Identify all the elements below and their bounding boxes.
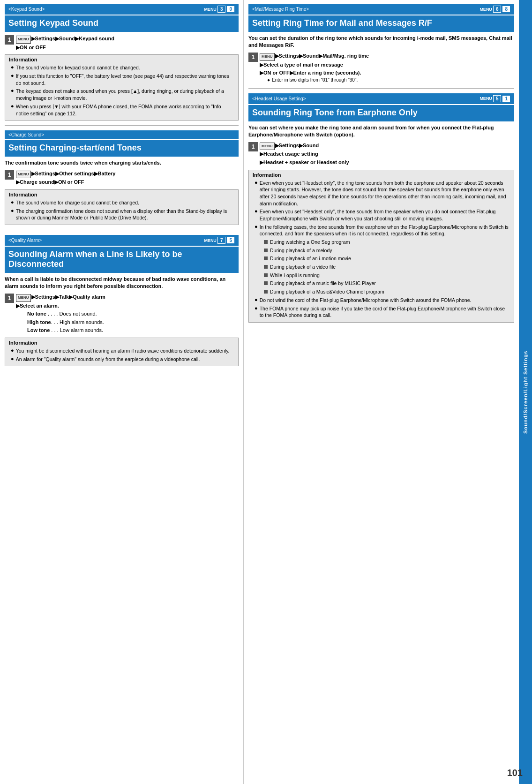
badge-8: 8 [502, 6, 510, 13]
menu-icon-5: MENU [260, 143, 275, 151]
sub-list-item: During playback of a music file by MUSIC… [262, 280, 510, 287]
page-container: <Keypad Sound> MENU 3 0 Setting Keypad S… [0, 0, 532, 784]
badge-7: 7 [217, 237, 226, 244]
mail-ring-intro: You can set the duration of the ring ton… [248, 35, 514, 49]
step-number-1c: 1 [5, 294, 14, 303]
square-bullet [264, 240, 268, 244]
keypad-sound-title: Setting Keypad Sound [5, 15, 239, 32]
keypad-sound-badge: MENU 3 0 [204, 6, 235, 13]
step-number-1d: 1 [248, 53, 258, 62]
no-tone: No tone . . . . Does not sound. [27, 310, 239, 318]
keypad-sound-info-title: Information [9, 57, 234, 62]
keypad-sound-tag: <Keypad Sound> [8, 7, 45, 12]
quality-alarm-step: 1 MENU▶Settings▶Talk▶Quality alarm ▶Sele… [5, 293, 239, 335]
charge-sound-tag: <Charge Sound> [8, 132, 44, 137]
bullet-item: ● You might be disconnected without hear… [9, 347, 234, 354]
sub-list-item: During playback of a melody [262, 247, 510, 254]
charge-sound-header: <Charge Sound> [5, 130, 239, 139]
keypad-sound-step: 1 MENU▶Settings▶Sound▶Keypad sound ▶ON o… [5, 35, 239, 52]
bullet-item: ● Even when you set "Headset only", the … [253, 208, 510, 222]
headset-path: MENU▶Settings▶Sound ▶Headset usage setti… [260, 142, 514, 167]
mail-ring-title: Setting Ring Time for Mail and Messages … [248, 15, 514, 32]
quality-alarm-info-box: Information ● You might be disconnected … [5, 338, 239, 366]
badge-5: 5 [226, 237, 235, 244]
square-bullet [264, 281, 268, 285]
bullet-item: ● In the following cases, the tone sound… [253, 224, 510, 237]
bullet-item: ● Do not wind the cord of the Flat-plug … [253, 297, 510, 304]
sub-list-item: While i-αppli is running [262, 272, 510, 279]
quality-alarm-header: <Quality Alarm> MENU 7 5 [5, 235, 239, 246]
badge-3: 3 [217, 6, 226, 13]
bullet-item: ● The sound volume for charge sound cann… [9, 199, 234, 206]
charge-sound-title: Setting Charging-start/end Tones [5, 140, 239, 157]
divider-2 [5, 230, 239, 230]
keypad-sound-info-box: Information ● The sound volume for keypa… [5, 54, 239, 121]
quality-alarm-section: <Quality Alarm> MENU 7 5 Sounding Alarm … [5, 235, 239, 366]
sub-list-item: During playback of a Music&Video Channel… [262, 288, 510, 295]
charge-sound-info-title: Information [9, 192, 234, 197]
keypad-sound-path: MENU▶Settings▶Sound▶Keypad sound ▶ON or … [16, 35, 239, 52]
headset-info-title: Information [253, 172, 510, 178]
charge-sound-section: <Charge Sound> Setting Charging-start/en… [5, 130, 239, 225]
sub-list-item: During playback of a video file [262, 264, 510, 271]
bullet-item: ● An alarm for "Quality alarm" sounds on… [9, 356, 234, 363]
page-number: 101 [507, 768, 523, 778]
step-number-1b: 1 [5, 170, 14, 180]
mail-ring-path: MENU▶Settings▶Sound▶Mail/Msg. ring time … [260, 52, 514, 77]
mail-ring-badge: MENU 6 8 [480, 6, 510, 13]
mail-ring-tag: <Mail/Message Ring Time> [252, 7, 309, 12]
sub-list-item: During playback of an i-motion movie [262, 255, 510, 262]
badge-0: 0 [226, 6, 235, 13]
mail-ring-step-content: MENU▶Settings▶Sound▶Mail/Msg. ring time … [260, 52, 514, 83]
mail-ring-step: 1 MENU▶Settings▶Sound▶Mail/Msg. ring tim… [248, 52, 514, 83]
headset-title: Sounding Ring Tone from Earphone Only [248, 105, 514, 121]
quality-alarm-badge: MENU 7 5 [204, 237, 235, 244]
square-bullet [264, 273, 268, 277]
keypad-sound-section: <Keypad Sound> MENU 3 0 Setting Keypad S… [5, 4, 239, 121]
quality-alarm-title: Sounding Alarm when a Line is Likely to … [5, 247, 239, 273]
menu-icon-3: MENU [16, 294, 31, 302]
main-content: <Keypad Sound> MENU 3 0 Setting Keypad S… [0, 0, 532, 784]
step-number-1e: 1 [248, 142, 258, 151]
headset-step-content: MENU▶Settings▶Sound ▶Headset usage setti… [260, 142, 514, 167]
bullet-item: ● The charging confirmation tone does no… [9, 208, 234, 221]
menu-icon-4: MENU [260, 53, 275, 61]
headset-tag: <Headset Usage Setting> [252, 96, 306, 101]
square-bullet [264, 290, 268, 294]
divider-3 [248, 88, 514, 89]
quality-alarm-tag: <Quality Alarm> [8, 238, 42, 243]
menu-icon-2: MENU [16, 171, 31, 179]
quality-alarm-path: MENU▶Settings▶Talk▶Quality alarm ▶Select… [16, 293, 239, 310]
quality-alarm-intro: When a call is liable to be disconnected… [5, 276, 239, 290]
divider-1 [5, 125, 239, 126]
keypad-sound-header: <Keypad Sound> MENU 3 0 [5, 4, 239, 15]
charge-sound-info-box: Information ● The sound volume for charg… [5, 189, 239, 225]
bullet-item: ● The keypad does not make a sound when … [9, 88, 234, 101]
headset-badge: MENU 5 1 [480, 95, 510, 102]
quality-alarm-step-content: MENU▶Settings▶Talk▶Quality alarm ▶Select… [16, 293, 239, 335]
headset-intro: You can set where you make the ring tone… [248, 124, 514, 139]
charge-sound-step-content: MENU▶Settings▶Other settings▶Battery ▶Ch… [16, 170, 239, 187]
bullet-item: ● The sound volume for keypad sound cann… [9, 64, 234, 71]
left-column: <Keypad Sound> MENU 3 0 Setting Keypad S… [0, 0, 244, 784]
badge-1: 1 [502, 95, 510, 102]
headset-section: <Headset Usage Setting> MENU 5 1 Soundin… [248, 93, 514, 323]
headset-step: 1 MENU▶Settings▶Sound ▶Headset usage set… [248, 142, 514, 167]
step-number-1: 1 [5, 35, 14, 45]
sub-list-item: During watching a One Seg program [262, 239, 510, 246]
badge-6: 6 [493, 6, 502, 13]
sub-list: During watching a One Seg program During… [262, 239, 510, 295]
high-tone: High tone. . . High alarm sounds. [27, 318, 239, 327]
quality-alarm-info-title: Information [9, 340, 234, 346]
square-bullet [264, 249, 268, 252]
mail-ring-small-bullet: ● Enter in two digits from "01" through … [267, 77, 514, 83]
bullet-item: ● If you set this function to "OFF", the… [9, 73, 234, 86]
menu-icon: MENU [16, 36, 31, 44]
charge-sound-path: MENU▶Settings▶Other settings▶Battery ▶Ch… [16, 170, 239, 187]
square-bullet [264, 256, 268, 260]
headset-info-box: Information ● Even when you set "Headset… [248, 170, 514, 323]
bullet-item: ● When you press [▼] with your FOMA phon… [9, 103, 234, 117]
charge-sound-step: 1 MENU▶Settings▶Other settings▶Battery ▶… [5, 170, 239, 187]
side-tab: Sound/Screen/Light Settings [519, 0, 532, 784]
low-tone: Low tone . . . Low alarm sounds. [27, 326, 239, 335]
